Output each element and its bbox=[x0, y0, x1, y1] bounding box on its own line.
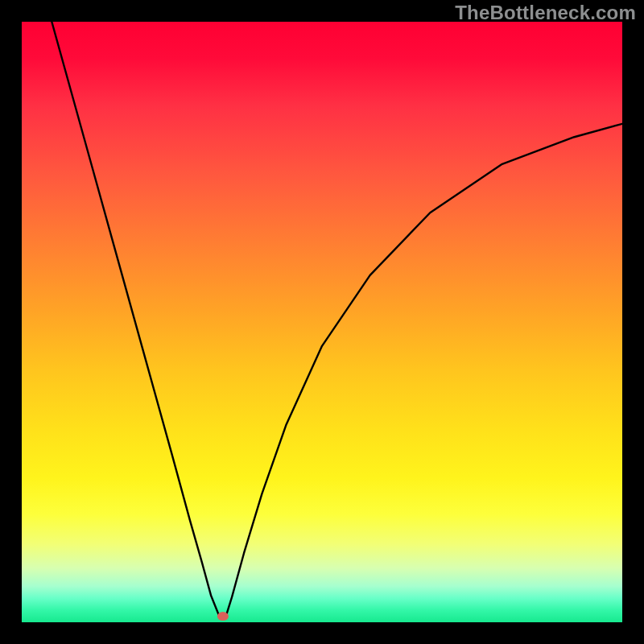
watermark-text: TheBottleneck.com bbox=[455, 2, 636, 24]
curve-layer bbox=[22, 22, 622, 622]
series-curve-left bbox=[52, 22, 219, 617]
chart-frame: TheBottleneck.com bbox=[0, 0, 644, 644]
marker-dot bbox=[217, 612, 229, 621]
series-curve-right bbox=[226, 124, 622, 617]
plot-area bbox=[22, 22, 622, 622]
svg-point-0 bbox=[217, 612, 229, 621]
